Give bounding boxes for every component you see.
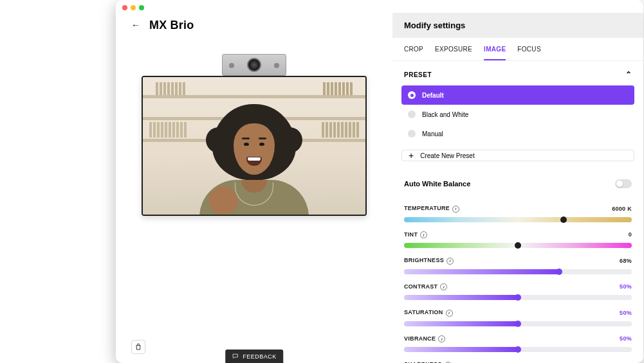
preset-label: Default (422, 92, 444, 99)
preset-default[interactable]: Default (401, 85, 634, 105)
radio-icon (408, 91, 416, 99)
info-icon[interactable]: i (440, 283, 447, 290)
window-close-dot[interactable] (122, 5, 127, 10)
info-icon[interactable]: i (420, 231, 427, 238)
slider-thumb[interactable] (515, 321, 521, 327)
slider-thumb[interactable] (556, 269, 562, 275)
slider-label: TEMPERATURE (404, 205, 450, 211)
slider-saturation: SATURATIONi 50% (404, 309, 632, 326)
plus-icon: + (409, 150, 414, 161)
slider-fill (404, 321, 518, 326)
slider-temperature: TEMPERATUREi 6000 K (404, 205, 632, 222)
vibrance-track[interactable] (404, 347, 632, 352)
app-window: ← MX Brio (116, 0, 643, 363)
slider-tint: TINTi 0 (404, 231, 632, 249)
tab-focus[interactable]: FOCUS (517, 46, 541, 60)
webcam-hardware-icon (222, 54, 286, 76)
slider-thumb[interactable] (515, 242, 521, 249)
device-title: MX Brio (149, 19, 194, 32)
tint-track[interactable] (404, 243, 632, 248)
create-preset-label: Create New Preset (420, 152, 474, 159)
tab-crop[interactable]: CROP (404, 46, 423, 60)
preset-black-and-white[interactable]: Black and White (401, 105, 634, 124)
chevron-up-icon: ⌃ (625, 70, 632, 79)
window-zoom-dot[interactable] (139, 5, 144, 10)
slider-label: SATURATION (404, 309, 443, 315)
slider-fill (404, 295, 518, 300)
slider-value: 50% (620, 335, 632, 342)
create-preset-button[interactable]: + Create New Preset (401, 150, 634, 161)
back-button[interactable]: ← (131, 20, 140, 30)
slider-value: 50% (620, 283, 632, 290)
feedback-button[interactable]: FEEDBACK (225, 350, 283, 363)
info-icon[interactable]: i (446, 258, 454, 265)
brightness-track[interactable] (404, 269, 632, 274)
preset-manual[interactable]: Manual (401, 124, 634, 143)
feedback-label: FEEDBACK (243, 353, 277, 360)
slider-thumb[interactable] (515, 294, 521, 301)
tab-image[interactable]: IMAGE (484, 46, 506, 60)
info-icon[interactable]: i (438, 335, 445, 342)
slider-thumb[interactable] (515, 346, 521, 353)
slider-value: 0 (629, 231, 632, 238)
preset-section-toggle[interactable]: PRESET ⌃ (392, 61, 643, 85)
slider-fill (404, 269, 559, 274)
slider-fill (404, 347, 518, 352)
slider-value: 68% (620, 258, 632, 264)
preset-label: Black and White (422, 111, 468, 118)
preview-person (190, 93, 318, 216)
webcam-lens-icon (247, 58, 261, 72)
preview-scene (143, 77, 365, 215)
contrast-track[interactable] (404, 295, 632, 300)
info-icon[interactable]: i (452, 206, 459, 213)
preset-label: Manual (422, 130, 443, 137)
preset-list: Default Black and White Manual (392, 85, 643, 143)
chat-icon (232, 353, 239, 360)
preset-heading: PRESET (404, 71, 432, 78)
window-titlebar (116, 3, 643, 13)
slider-label: TINT (404, 231, 418, 238)
awb-toggle[interactable] (615, 179, 632, 188)
settings-panel: Modify settings CROP EXPOSURE IMAGE FOCU… (392, 13, 643, 363)
slider-contrast: CONTRASTi 50% (404, 283, 632, 301)
slider-thumb[interactable] (560, 217, 567, 223)
tab-exposure[interactable]: EXPOSURE (435, 46, 472, 60)
settings-header: Modify settings (392, 13, 643, 38)
temperature-track[interactable] (404, 217, 632, 222)
radio-icon (408, 130, 416, 137)
slider-label: CONTRAST (404, 283, 437, 290)
slider-value: 50% (620, 310, 632, 316)
awb-label: Auto White Balance (404, 180, 470, 188)
shop-button[interactable] (131, 340, 145, 354)
slider-brightness: BRIGHTNESSi 68% (404, 257, 632, 274)
window-minimize-dot[interactable] (131, 5, 136, 10)
saturation-track[interactable] (404, 321, 632, 326)
radio-icon (408, 111, 416, 118)
slider-label: BRIGHTNESS (404, 257, 444, 263)
info-icon[interactable]: i (446, 310, 453, 317)
slider-vibrance: VIBRANCEi 50% (404, 335, 632, 353)
slider-value: 6000 K (612, 206, 632, 212)
video-preview[interactable] (142, 76, 367, 216)
settings-title: Modify settings (404, 21, 632, 30)
slider-label: VIBRANCE (404, 335, 436, 342)
preview-pane: ← MX Brio (116, 13, 392, 363)
shopping-bag-icon (134, 343, 142, 351)
settings-tabs: CROP EXPOSURE IMAGE FOCUS (392, 38, 643, 61)
